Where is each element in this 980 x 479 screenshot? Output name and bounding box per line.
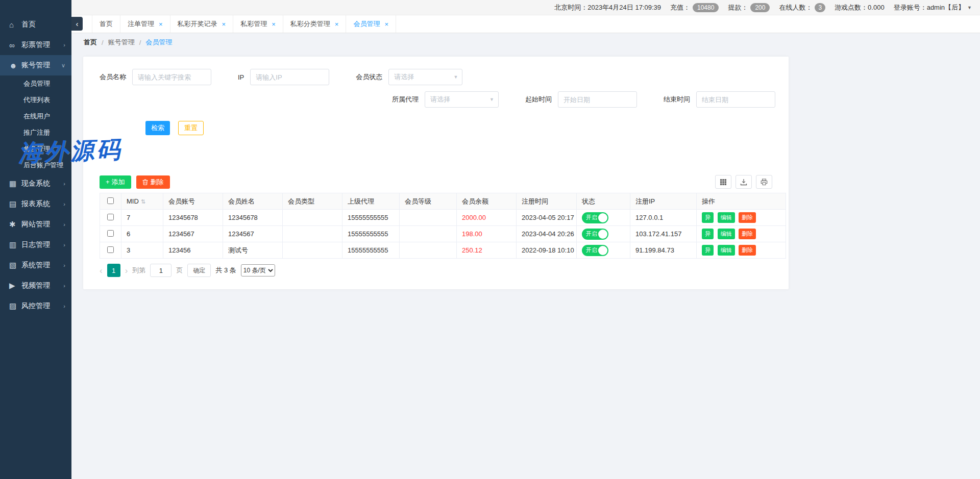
printer-icon xyxy=(761,179,768,186)
end-time-label: 结束时间 xyxy=(664,95,690,104)
delete-button[interactable]: 删除 xyxy=(739,212,756,223)
table-toolbar: + 添加 删除 xyxy=(100,175,772,189)
tab-private-lottery-management[interactable]: 私彩管理 × xyxy=(233,15,283,33)
close-icon[interactable]: × xyxy=(335,20,339,28)
export-button[interactable] xyxy=(736,175,752,189)
cell-name: 测试号 xyxy=(223,242,283,259)
select-all-checkbox[interactable] xyxy=(107,197,114,204)
tab-private-lottery-category[interactable]: 私彩分类管理 × xyxy=(283,15,347,33)
cell-operations: 异 编辑 删除 xyxy=(697,242,786,259)
columns-filter-button[interactable] xyxy=(715,175,731,189)
status-toggle[interactable]: 开启 xyxy=(582,229,608,240)
select-placeholder: 请选择 xyxy=(430,95,450,104)
chevron-right-icon: › xyxy=(63,262,65,268)
sidebar-item-label: 首页 xyxy=(21,20,36,29)
end-date-input[interactable] xyxy=(696,91,775,108)
edit-button[interactable]: 编辑 xyxy=(718,245,735,256)
delete-button[interactable]: 删除 xyxy=(739,245,756,256)
tab-label: 会员管理 xyxy=(353,19,380,29)
sidebar-item-home[interactable]: ⌂ 首页 xyxy=(0,14,71,35)
risk-icon: ▨ xyxy=(9,301,21,311)
member-status-label: 会员状态 xyxy=(356,72,382,82)
close-icon[interactable]: × xyxy=(222,20,226,28)
page-1-button[interactable]: 1 xyxy=(107,264,120,277)
table-row: 6 1234567 1234567 15555555555 198.00 202… xyxy=(100,226,786,242)
cell-reg-time: 2022-09-18 10:10 xyxy=(517,242,577,259)
tab-bet-order-management[interactable]: 注单管理 × xyxy=(120,15,170,33)
breadcrumb: 首页 / 账号管理 / 会员管理 xyxy=(71,33,980,52)
prev-page-button[interactable]: ‹ xyxy=(100,266,103,275)
delete-button-label: 删除 xyxy=(151,178,164,187)
agent-select[interactable]: 请选择 ▼ xyxy=(425,91,499,108)
submenu-item-online-users[interactable]: 在线用户 xyxy=(0,108,71,124)
search-button[interactable]: 检索 xyxy=(145,121,170,135)
table-header-row: MID⇅ 会员账号 会员姓名 会员类型 上级代理 会员等级 会员余额 注册时间 … xyxy=(100,193,786,210)
total-count: 共 3 条 xyxy=(215,266,236,275)
tab-member-management[interactable]: 会员管理 × xyxy=(346,15,396,33)
sidebar-item-log-management[interactable]: ▥ 日志管理 › xyxy=(0,235,71,255)
bank-icon: ▦ xyxy=(9,179,21,188)
add-button[interactable]: + 添加 xyxy=(100,175,131,189)
status-toggle[interactable]: 开启 xyxy=(582,212,608,223)
tab-home[interactable]: 首页 xyxy=(92,15,120,33)
submenu-item-role-management[interactable]: 角色管理 xyxy=(0,141,71,157)
chevron-right-icon: › xyxy=(63,303,65,309)
cell-level xyxy=(400,210,457,226)
sidebar-item-account-management[interactable]: ☻ 账号管理 ∨ xyxy=(0,55,71,75)
sidebar-item-lottery-management[interactable]: ∞ 彩票管理 › xyxy=(0,35,71,55)
ip-input[interactable] xyxy=(250,69,329,85)
row-checkbox[interactable] xyxy=(107,230,114,237)
row-checkbox[interactable] xyxy=(107,214,114,220)
tab-private-lottery-draw-records[interactable]: 私彩开奖记录 × xyxy=(170,15,234,33)
sidebar-item-video-management[interactable]: ▶ 视频管理 › xyxy=(0,275,71,296)
sidebar-item-cash-system[interactable]: ▦ 现金系统 › xyxy=(0,173,71,194)
col-account: 会员账号 xyxy=(163,193,223,210)
per-page-select[interactable]: 10 条/页 xyxy=(241,264,275,276)
row-checkbox[interactable] xyxy=(107,246,114,253)
cell-type xyxy=(283,226,342,242)
member-name-input[interactable] xyxy=(132,69,211,85)
agent-filter: 所属代理 请选择 ▼ xyxy=(392,91,499,108)
print-button[interactable] xyxy=(756,175,772,189)
member-status-select[interactable]: 请选择 ▼ xyxy=(388,69,462,85)
sidebar-item-system-management[interactable]: ▧ 系统管理 › xyxy=(0,255,71,275)
breadcrumb-account-management[interactable]: 账号管理 xyxy=(108,38,135,47)
user-icon: ☻ xyxy=(9,61,21,70)
home-icon: ⌂ xyxy=(9,20,21,29)
status-toggle[interactable]: 开启 xyxy=(582,245,608,256)
sidebar-item-risk-management[interactable]: ▨ 风控管理 › xyxy=(0,296,71,316)
sidebar-item-report-system[interactable]: ▤ 报表系统 › xyxy=(0,194,71,214)
sidebar: ⌂ 首页 ∞ 彩票管理 › ☻ 账号管理 ∨ 会员管理 代理列表 在线用户 推广… xyxy=(0,0,71,479)
download-icon xyxy=(740,179,747,186)
col-mid[interactable]: MID⇅ xyxy=(121,193,163,210)
delete-button[interactable]: 删除 xyxy=(739,229,756,239)
sidebar-collapse-button[interactable]: ‹ xyxy=(71,17,83,31)
row-action-1-button[interactable]: 异 xyxy=(702,245,714,256)
start-date-input[interactable] xyxy=(558,91,637,108)
account-menu[interactable]: 登录账号：admin【后】 ▼ xyxy=(894,3,972,12)
close-icon[interactable]: × xyxy=(159,20,163,28)
submenu-item-member-management[interactable]: 会员管理 xyxy=(0,75,71,92)
submenu-item-backend-accounts[interactable]: 后台账户管理 xyxy=(0,157,71,173)
breadcrumb-home[interactable]: 首页 xyxy=(84,38,97,47)
status-label: 开启 xyxy=(586,246,597,254)
sidebar-item-site-management[interactable]: ✱ 网站管理 › xyxy=(0,214,71,235)
content-area: 会员名称 IP 会员状态 请选择 ▼ xyxy=(71,52,980,479)
submenu-item-promo-register[interactable]: 推广注册 xyxy=(0,124,71,141)
edit-button[interactable]: 编辑 xyxy=(718,212,735,223)
submenu-item-agent-list[interactable]: 代理列表 xyxy=(0,92,71,108)
close-icon[interactable]: × xyxy=(384,20,388,28)
close-icon[interactable]: × xyxy=(272,20,276,28)
reset-button[interactable]: 重置 xyxy=(178,121,204,135)
cell-status: 开启 xyxy=(577,226,630,242)
sort-icon[interactable]: ⇅ xyxy=(141,198,145,205)
row-action-1-button[interactable]: 异 xyxy=(702,229,714,239)
jump-page-input[interactable] xyxy=(150,264,172,277)
chevron-right-icon: › xyxy=(63,283,65,289)
confirm-button[interactable]: 确定 xyxy=(187,264,211,277)
row-action-1-button[interactable]: 异 xyxy=(702,212,714,223)
next-page-button[interactable]: › xyxy=(125,266,128,275)
batch-delete-button[interactable]: 删除 xyxy=(136,175,170,189)
edit-button[interactable]: 编辑 xyxy=(718,229,735,239)
start-time-filter: 起始时间 xyxy=(525,91,637,108)
